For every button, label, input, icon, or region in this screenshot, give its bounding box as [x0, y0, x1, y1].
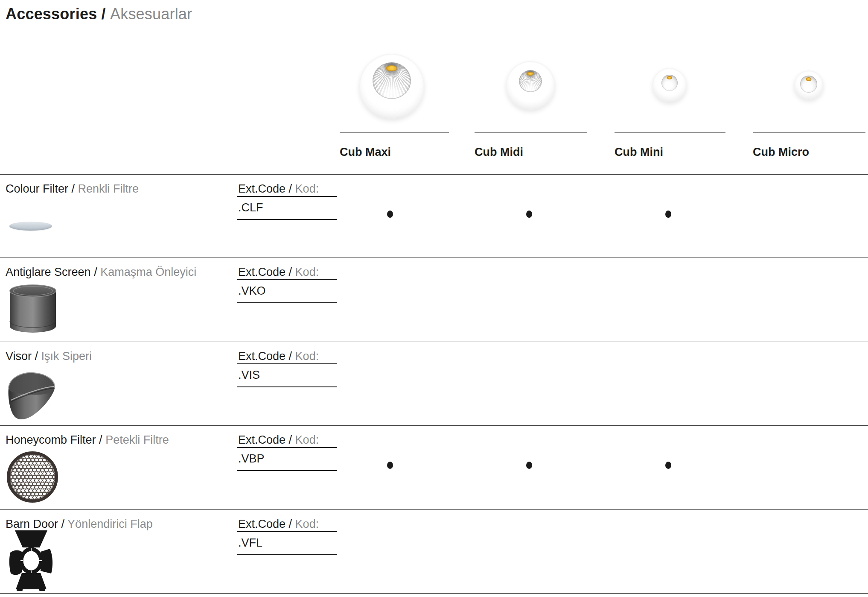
accessory-name-en: Barn Door — [6, 518, 58, 530]
product-photo-cub-midi — [506, 61, 555, 110]
antiglare-screen-icon — [8, 284, 58, 334]
downlight-reflector — [519, 70, 542, 92]
accessory-code: .CLF — [238, 201, 263, 214]
accessory-row-visor: Visor / Işık Siperi Ext.Code / Kod: .VIS — [0, 342, 868, 425]
accessory-row-colour-filter: Colour Filter / Renkli Filtre Ext.Code /… — [0, 174, 868, 258]
ext-code-underline — [237, 302, 337, 303]
accessory-code: .VBP — [238, 452, 265, 465]
led-chip — [806, 77, 812, 81]
availability-dot — [526, 462, 532, 469]
availability-dot — [387, 211, 393, 218]
visor-icon — [5, 369, 58, 421]
accessory-name: Colour Filter / Renkli Filtre — [6, 182, 139, 196]
accessory-code: .VKO — [238, 284, 266, 298]
product-underline — [615, 132, 725, 133]
accessory-row-honeycomb-filter: Honeycomb Filter / Petekli Filtre Ext.Co… — [0, 425, 868, 509]
ext-code-label: Ext.Code / Kod: — [238, 518, 319, 531]
downlight-reflector — [661, 75, 678, 91]
accessory-name-tr: Işık Siperi — [41, 350, 92, 363]
accessory-name: Barn Door / Yönlendirici Flap — [6, 518, 153, 531]
accessory-code: .VFL — [238, 536, 262, 550]
product-name-cub-maxi: Cub Maxi — [340, 146, 449, 159]
ext-code-label: Ext.Code / Kod: — [238, 182, 319, 196]
accessories-catalog-page: Accessories / Aksesuarlar Cub Maxi Cub M… — [0, 0, 868, 597]
product-underline — [753, 132, 865, 133]
separator-slash: / — [289, 182, 292, 195]
ext-code-underline — [237, 219, 337, 220]
ext-code-underline — [237, 196, 337, 197]
led-chip — [386, 65, 397, 71]
accessory-name-tr: Yönlendirici Flap — [67, 518, 153, 530]
ext-code-underline — [237, 470, 337, 471]
honeycomb-filter-icon — [7, 451, 58, 503]
ext-code-underline — [237, 554, 337, 555]
separator-slash: / — [289, 266, 292, 278]
page-title: Accessories / Aksesuarlar — [6, 5, 192, 23]
product-photo-cub-mini — [652, 68, 687, 102]
accessory-row-barn-door: Barn Door / Yönlendirici Flap Ext.Code /… — [0, 509, 868, 594]
product-name-cub-mini: Cub Mini — [615, 146, 725, 159]
separator-slash: / — [61, 518, 65, 530]
ext-code-label: Ext.Code / Kod: — [238, 350, 319, 363]
header-divider — [3, 34, 866, 34]
page-bottom-rule — [0, 593, 868, 594]
separator-slash: / — [94, 266, 97, 278]
accessory-name-tr: Kamaşma Önleyici — [100, 266, 196, 278]
accessory-name-tr: Petekli Filtre — [105, 433, 169, 446]
accessory-name: Honeycomb Filter / Petekli Filtre — [6, 433, 169, 447]
accessory-name: Visor / Işık Siperi — [6, 350, 92, 363]
accessory-row-antiglare-screen: Antiglare Screen / Kamaşma Önleyici Ext.… — [0, 258, 868, 342]
separator-slash: / — [289, 350, 292, 363]
ext-code-underline — [237, 447, 337, 448]
product-photo-cub-micro — [794, 70, 823, 100]
product-underline — [340, 132, 449, 133]
separator-slash: / — [289, 518, 292, 530]
led-chip — [527, 72, 534, 76]
availability-dot — [665, 462, 671, 469]
ext-code-label: Ext.Code / Kod: — [238, 433, 319, 447]
accessory-name-en: Honeycomb Filter — [6, 433, 96, 446]
separator-slash: / — [35, 350, 38, 363]
page-title-tr: Aksesuarlar — [110, 5, 192, 23]
product-name-cub-micro: Cub Micro — [753, 146, 865, 159]
availability-dot — [526, 211, 532, 218]
availability-dot — [387, 462, 393, 469]
accessory-name: Antiglare Screen / Kamaşma Önleyici — [6, 266, 196, 279]
barn-door-icon — [9, 530, 54, 591]
page-title-en: Accessories — [6, 5, 97, 23]
ext-code-underline — [237, 363, 337, 364]
led-chip — [667, 76, 672, 79]
downlight-reflector — [373, 62, 411, 99]
ext-code-underline — [237, 531, 337, 532]
ext-code-underline — [237, 386, 337, 387]
accessory-name-tr: Renkli Filtre — [78, 182, 139, 195]
accessory-name-en: Colour Filter — [6, 182, 68, 195]
product-photo-cub-maxi — [359, 54, 424, 119]
separator-slash: / — [99, 433, 102, 446]
accessory-name-en: Visor — [6, 350, 32, 363]
downlight-reflector — [800, 76, 817, 93]
separator-slash: / — [289, 433, 292, 446]
product-underline — [475, 132, 587, 133]
colour-filter-icon — [9, 222, 52, 231]
availability-dot — [665, 211, 671, 218]
separator-slash: / — [72, 182, 75, 195]
ext-code-underline — [237, 279, 337, 280]
ext-code-label: Ext.Code / Kod: — [238, 266, 319, 279]
product-name-cub-midi: Cub Midi — [475, 146, 587, 159]
separator-slash: / — [102, 5, 106, 23]
accessory-name-en: Antiglare Screen — [6, 266, 91, 278]
accessory-code: .VIS — [238, 369, 260, 382]
